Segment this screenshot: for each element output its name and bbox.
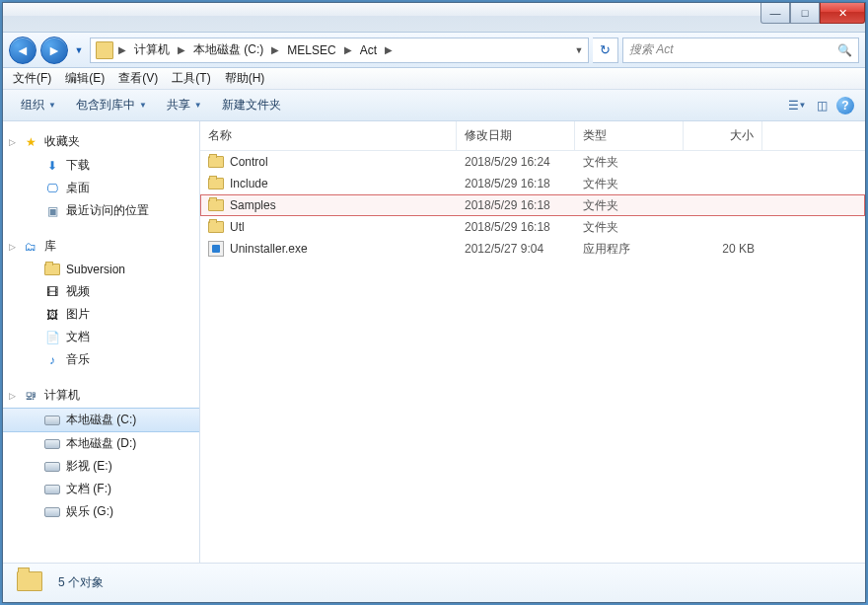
menubar: 文件(F) 编辑(E) 查看(V) 工具(T) 帮助(H) [3,68,865,90]
sidebar-item-documents[interactable]: 📄文档 [3,326,199,348]
col-type[interactable]: 类型 [575,121,684,150]
file-row[interactable]: Include2018/5/29 16:18文件夹 [200,173,865,194]
chevron-right-icon[interactable]: ▶ [116,44,128,55]
desktop-icon: 🖵 [44,181,60,196]
breadcrumb-item[interactable]: 计算机 [128,41,176,58]
file-type: 文件夹 [575,219,684,236]
file-name: Include [230,177,268,190]
sidebar-item-downloads[interactable]: ⬇下载 [3,154,199,177]
file-row[interactable]: Control2018/5/29 16:24文件夹 [200,151,865,173]
nav-tree: ▷★收藏夹 ⬇下载 🖵桌面 ▣最近访问的位置 ▷🗂库 Subversion 🎞视… [3,121,200,563]
collapse-icon[interactable]: ▷ [9,242,16,252]
item-label: 本地磁盘 (D:) [66,435,136,452]
file-row[interactable]: Utl2018/5/29 16:18文件夹 [200,216,865,238]
menu-edit[interactable]: 编辑(E) [65,70,105,87]
item-label: 图片 [66,306,90,323]
menu-help[interactable]: 帮助(H) [225,70,265,87]
folder-icon [208,176,224,191]
help-icon[interactable]: ? [835,96,855,115]
organize-label: 组织 [21,97,44,113]
sidebar-item-pictures[interactable]: 🖼图片 [3,303,199,326]
item-label: 桌面 [66,180,90,196]
file-date: 2018/5/29 16:18 [457,177,575,190]
item-label: 音乐 [66,351,90,368]
chevron-right-icon[interactable]: ▶ [383,44,395,55]
folder-icon [208,197,224,213]
file-row[interactable]: Samples2018/5/29 16:18文件夹 [200,194,865,216]
collapse-icon[interactable]: ▷ [9,137,16,147]
computer-icon: 🖳 [23,388,38,404]
menu-view[interactable]: 查看(V) [118,70,158,87]
computer-group[interactable]: ▷🖳计算机 [3,383,199,408]
chevron-down-icon: ▼ [48,101,56,110]
organize-button[interactable]: 组织▼ [13,93,64,117]
search-icon[interactable]: 🔍 [837,43,852,57]
titlebar: — □ ✕ [3,3,865,33]
location-icon: ▣ [44,203,60,219]
favorites-label: 收藏夹 [44,133,80,150]
col-name[interactable]: 名称 [200,121,457,150]
file-name: Utl [230,220,245,234]
window-controls: — □ ✕ [760,3,865,32]
file-name: Uninstaller.exe [230,242,308,256]
address-bar[interactable]: ▶ 计算机 ▶ 本地磁盘 (C:) ▶ MELSEC ▶ Act ▶ ▼ [90,38,589,63]
sidebar-item-subversion[interactable]: Subversion [3,259,199,280]
chevron-right-icon[interactable]: ▶ [342,44,354,55]
body: ▷★收藏夹 ⬇下载 🖵桌面 ▣最近访问的位置 ▷🗂库 Subversion 🎞视… [3,121,865,563]
file-date: 2018/5/29 16:18 [457,198,575,212]
breadcrumb-item[interactable]: MELSEC [281,43,341,57]
item-label: 视频 [66,283,90,300]
preview-pane-icon[interactable]: ◫ [812,96,832,115]
chevron-right-icon[interactable]: ▶ [176,44,187,55]
col-size[interactable]: 大小 [684,121,762,150]
sidebar-item-drive-e[interactable]: 影视 (E:) [3,455,199,478]
titlebar-spacer[interactable] [3,3,760,32]
sidebar-item-desktop[interactable]: 🖵桌面 [3,177,199,199]
sidebar-item-drive-d[interactable]: 本地磁盘 (D:) [3,432,199,455]
breadcrumb-item[interactable]: 本地磁盘 (C:) [187,41,269,58]
sidebar-item-drive-c[interactable]: 本地磁盘 (C:) [3,408,199,432]
library-icon: 🗂 [23,239,38,255]
sidebar-item-videos[interactable]: 🎞视频 [3,280,199,303]
chevron-right-icon[interactable]: ▶ [269,44,281,55]
star-icon: ★ [23,134,38,150]
forward-button[interactable]: ► [40,37,68,64]
address-dropdown-icon[interactable]: ▼ [570,45,588,55]
favorites-group[interactable]: ▷★收藏夹 [3,129,199,154]
maximize-button[interactable]: □ [790,3,820,24]
close-button[interactable]: ✕ [820,3,865,24]
file-type: 应用程序 [575,241,684,258]
sidebar-item-drive-g[interactable]: 娱乐 (G:) [3,500,199,523]
view-options-icon[interactable]: ☰▼ [786,96,808,115]
libraries-group[interactable]: ▷🗂库 [3,234,199,259]
breadcrumb-item[interactable]: Act [354,43,383,57]
file-row[interactable]: Uninstaller.exe2012/5/27 9:04应用程序20 KB [200,238,865,260]
file-date: 2018/5/29 16:18 [457,220,575,234]
item-label: 本地磁盘 (C:) [66,412,136,428]
sidebar-item-music[interactable]: ♪音乐 [3,348,199,371]
collapse-icon[interactable]: ▷ [9,391,16,401]
toolbar: 组织▼ 包含到库中▼ 共享▼ 新建文件夹 ☰▼ ◫ ? [3,90,865,121]
refresh-button[interactable]: ↻ [593,38,618,63]
item-label: 最近访问的位置 [66,202,149,219]
drive-icon [44,459,60,475]
chevron-down-icon: ▼ [799,101,807,110]
sidebar-item-recent[interactable]: ▣最近访问的位置 [3,199,199,222]
folder-icon [17,571,44,595]
col-date[interactable]: 修改日期 [457,121,575,150]
newfolder-label: 新建文件夹 [222,97,281,113]
history-dropdown-icon[interactable]: ▼ [72,37,86,64]
new-folder-button[interactable]: 新建文件夹 [214,93,289,117]
search-input[interactable]: 搜索 Act 🔍 [622,38,859,63]
include-library-button[interactable]: 包含到库中▼ [68,93,155,117]
back-button[interactable]: ◄ [9,37,36,64]
item-label: 下载 [66,157,90,174]
picture-icon: 🖼 [44,307,60,323]
file-size: 20 KB [684,242,762,256]
sidebar-item-drive-f[interactable]: 文档 (F:) [3,478,199,500]
file-type: 文件夹 [575,176,684,192]
minimize-button[interactable]: — [760,3,790,24]
share-button[interactable]: 共享▼ [159,93,210,117]
menu-file[interactable]: 文件(F) [13,70,51,87]
menu-tools[interactable]: 工具(T) [172,70,210,87]
